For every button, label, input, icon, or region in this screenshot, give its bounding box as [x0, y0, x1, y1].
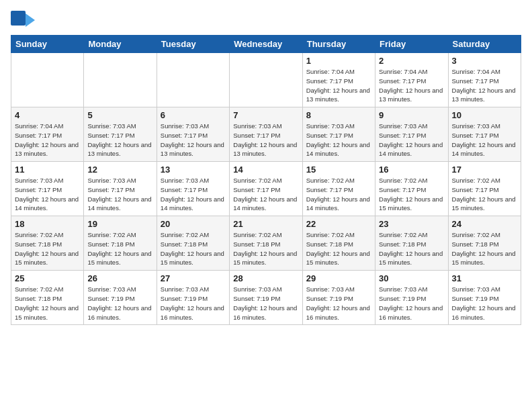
- calendar-cell: [157, 53, 229, 107]
- calendar-cell: 12Sunrise: 7:03 AM Sunset: 7:17 PM Dayli…: [84, 162, 157, 216]
- day-info: Sunrise: 7:04 AM Sunset: 7:17 PM Dayligh…: [15, 122, 80, 158]
- day-info: Sunrise: 7:02 AM Sunset: 7:17 PM Dayligh…: [452, 176, 517, 213]
- calendar-cell: 28Sunrise: 7:03 AM Sunset: 7:19 PM Dayli…: [230, 271, 302, 325]
- calendar-cell: 22Sunrise: 7:02 AM Sunset: 7:18 PM Dayli…: [302, 216, 375, 271]
- calendar-week-row: 18Sunrise: 7:02 AM Sunset: 7:18 PM Dayli…: [11, 216, 521, 271]
- day-info: Sunrise: 7:03 AM Sunset: 7:19 PM Dayligh…: [452, 285, 517, 322]
- calendar-table: SundayMondayTuesdayWednesdayThursdayFrid…: [11, 35, 521, 325]
- day-number: 1: [306, 56, 371, 66]
- calendar-cell: 7Sunrise: 7:03 AM Sunset: 7:17 PM Daylig…: [230, 107, 302, 162]
- calendar-cell: [11, 53, 84, 107]
- calendar-cell: [84, 53, 157, 107]
- day-number: 27: [161, 273, 226, 283]
- weekday-header: Friday: [375, 36, 448, 53]
- day-number: 9: [379, 110, 444, 120]
- day-number: 21: [233, 219, 298, 229]
- day-number: 22: [306, 219, 371, 229]
- day-number: 20: [161, 219, 226, 229]
- calendar-cell: 6Sunrise: 7:03 AM Sunset: 7:17 PM Daylig…: [157, 107, 229, 162]
- calendar-cell: 25Sunrise: 7:02 AM Sunset: 7:18 PM Dayli…: [11, 271, 84, 325]
- logo-icon: [11, 11, 35, 30]
- weekday-header: Wednesday: [230, 36, 302, 53]
- day-number: 3: [452, 56, 517, 66]
- weekday-header: Monday: [84, 36, 157, 53]
- calendar-cell: 2Sunrise: 7:04 AM Sunset: 7:17 PM Daylig…: [375, 53, 448, 107]
- day-number: 8: [306, 110, 371, 120]
- day-number: 30: [379, 273, 444, 283]
- day-info: Sunrise: 7:03 AM Sunset: 7:19 PM Dayligh…: [379, 285, 444, 322]
- day-info: Sunrise: 7:04 AM Sunset: 7:17 PM Dayligh…: [379, 67, 444, 104]
- day-number: 19: [87, 219, 152, 229]
- calendar-cell: 14Sunrise: 7:02 AM Sunset: 7:17 PM Dayli…: [230, 162, 302, 216]
- calendar-cell: [230, 53, 302, 107]
- day-info: Sunrise: 7:03 AM Sunset: 7:17 PM Dayligh…: [233, 122, 298, 158]
- day-info: Sunrise: 7:03 AM Sunset: 7:17 PM Dayligh…: [87, 122, 152, 158]
- calendar-cell: 15Sunrise: 7:02 AM Sunset: 7:17 PM Dayli…: [302, 162, 375, 216]
- day-info: Sunrise: 7:03 AM Sunset: 7:19 PM Dayligh…: [233, 285, 298, 322]
- calendar-cell: 27Sunrise: 7:03 AM Sunset: 7:19 PM Dayli…: [157, 271, 229, 325]
- logo: [11, 11, 38, 30]
- calendar-cell: 4Sunrise: 7:04 AM Sunset: 7:17 PM Daylig…: [11, 107, 84, 162]
- calendar-cell: 21Sunrise: 7:02 AM Sunset: 7:18 PM Dayli…: [230, 216, 302, 271]
- calendar-cell: 24Sunrise: 7:02 AM Sunset: 7:18 PM Dayli…: [448, 216, 521, 271]
- day-number: 4: [15, 110, 80, 120]
- calendar-cell: 19Sunrise: 7:02 AM Sunset: 7:18 PM Dayli…: [84, 216, 157, 271]
- header: [11, 11, 521, 30]
- day-info: Sunrise: 7:02 AM Sunset: 7:18 PM Dayligh…: [15, 285, 80, 322]
- day-info: Sunrise: 7:03 AM Sunset: 7:17 PM Dayligh…: [379, 122, 444, 158]
- calendar-header-row: SundayMondayTuesdayWednesdayThursdayFrid…: [11, 36, 521, 53]
- day-info: Sunrise: 7:02 AM Sunset: 7:17 PM Dayligh…: [379, 176, 444, 213]
- day-info: Sunrise: 7:03 AM Sunset: 7:19 PM Dayligh…: [87, 285, 152, 322]
- calendar-cell: 3Sunrise: 7:04 AM Sunset: 7:17 PM Daylig…: [448, 53, 521, 107]
- day-number: 7: [233, 110, 298, 120]
- calendar-cell: 31Sunrise: 7:03 AM Sunset: 7:19 PM Dayli…: [448, 271, 521, 325]
- day-info: Sunrise: 7:02 AM Sunset: 7:18 PM Dayligh…: [161, 230, 226, 267]
- calendar-cell: 26Sunrise: 7:03 AM Sunset: 7:19 PM Dayli…: [84, 271, 157, 325]
- day-info: Sunrise: 7:03 AM Sunset: 7:19 PM Dayligh…: [306, 285, 371, 322]
- day-number: 26: [87, 273, 152, 283]
- day-number: 23: [379, 219, 444, 229]
- day-info: Sunrise: 7:04 AM Sunset: 7:17 PM Dayligh…: [306, 67, 371, 104]
- day-info: Sunrise: 7:02 AM Sunset: 7:18 PM Dayligh…: [452, 230, 517, 267]
- calendar-week-row: 1Sunrise: 7:04 AM Sunset: 7:17 PM Daylig…: [11, 53, 521, 107]
- day-number: 24: [452, 219, 517, 229]
- day-info: Sunrise: 7:02 AM Sunset: 7:18 PM Dayligh…: [233, 230, 298, 267]
- svg-rect-0: [11, 11, 26, 26]
- calendar-cell: 29Sunrise: 7:03 AM Sunset: 7:19 PM Dayli…: [302, 271, 375, 325]
- calendar-cell: 18Sunrise: 7:02 AM Sunset: 7:18 PM Dayli…: [11, 216, 84, 271]
- weekday-header: Thursday: [302, 36, 375, 53]
- day-info: Sunrise: 7:03 AM Sunset: 7:19 PM Dayligh…: [161, 285, 226, 322]
- day-number: 2: [379, 56, 444, 66]
- day-number: 12: [87, 165, 152, 175]
- day-number: 28: [233, 273, 298, 283]
- day-info: Sunrise: 7:03 AM Sunset: 7:17 PM Dayligh…: [161, 176, 226, 213]
- day-info: Sunrise: 7:03 AM Sunset: 7:17 PM Dayligh…: [161, 122, 226, 158]
- calendar-cell: 23Sunrise: 7:02 AM Sunset: 7:18 PM Dayli…: [375, 216, 448, 271]
- calendar-cell: 16Sunrise: 7:02 AM Sunset: 7:17 PM Dayli…: [375, 162, 448, 216]
- weekday-header: Sunday: [11, 36, 84, 53]
- day-number: 5: [87, 110, 152, 120]
- weekday-header: Saturday: [448, 36, 521, 53]
- day-info: Sunrise: 7:02 AM Sunset: 7:18 PM Dayligh…: [306, 230, 371, 267]
- calendar-week-row: 11Sunrise: 7:03 AM Sunset: 7:17 PM Dayli…: [11, 162, 521, 216]
- day-number: 10: [452, 110, 517, 120]
- day-number: 11: [15, 165, 80, 175]
- day-info: Sunrise: 7:03 AM Sunset: 7:17 PM Dayligh…: [15, 176, 80, 213]
- day-info: Sunrise: 7:02 AM Sunset: 7:18 PM Dayligh…: [379, 230, 444, 267]
- svg-marker-1: [26, 13, 35, 27]
- day-number: 18: [15, 219, 80, 229]
- day-number: 15: [306, 165, 371, 175]
- day-info: Sunrise: 7:02 AM Sunset: 7:17 PM Dayligh…: [306, 176, 371, 213]
- calendar-cell: 10Sunrise: 7:03 AM Sunset: 7:17 PM Dayli…: [448, 107, 521, 162]
- day-info: Sunrise: 7:04 AM Sunset: 7:17 PM Dayligh…: [452, 67, 517, 104]
- calendar-cell: 5Sunrise: 7:03 AM Sunset: 7:17 PM Daylig…: [84, 107, 157, 162]
- day-number: 16: [379, 165, 444, 175]
- calendar-cell: 30Sunrise: 7:03 AM Sunset: 7:19 PM Dayli…: [375, 271, 448, 325]
- day-info: Sunrise: 7:02 AM Sunset: 7:18 PM Dayligh…: [87, 230, 152, 267]
- calendar-cell: 20Sunrise: 7:02 AM Sunset: 7:18 PM Dayli…: [157, 216, 229, 271]
- day-info: Sunrise: 7:02 AM Sunset: 7:17 PM Dayligh…: [233, 176, 298, 213]
- day-info: Sunrise: 7:02 AM Sunset: 7:18 PM Dayligh…: [15, 230, 80, 267]
- calendar-cell: 8Sunrise: 7:03 AM Sunset: 7:17 PM Daylig…: [302, 107, 375, 162]
- day-number: 17: [452, 165, 517, 175]
- day-info: Sunrise: 7:03 AM Sunset: 7:17 PM Dayligh…: [306, 122, 371, 158]
